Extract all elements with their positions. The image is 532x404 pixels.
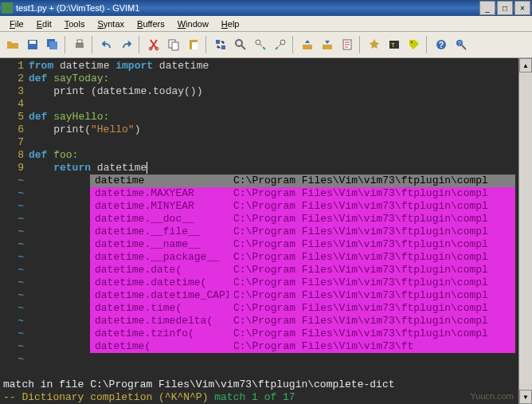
completion-keyword: datetime.timedelta( xyxy=(90,315,229,328)
svg-rect-1 xyxy=(29,41,36,44)
svg-text:T: T xyxy=(391,41,395,49)
completion-keyword: datetime.__package__ xyxy=(90,251,229,264)
completion-item[interactable]: datetime.tzinfo(C:\Program Files\Vim\vim… xyxy=(90,328,515,340)
scroll-down-icon[interactable]: ▼ xyxy=(519,390,532,404)
svg-rect-5 xyxy=(77,40,82,43)
findprev-icon[interactable] xyxy=(271,35,290,54)
completion-item[interactable]: datetime.MAXYEARC:\Program Files\Vim\vim… xyxy=(90,187,515,200)
completion-popup[interactable]: datetimeC:\Program Files\Vim\vim73\ftplu… xyxy=(90,175,515,353)
close-button[interactable]: × xyxy=(514,1,530,15)
findnext-icon[interactable] xyxy=(251,35,270,54)
replace-icon[interactable] xyxy=(211,35,230,54)
completion-path: C:\Program Files\Vim\vim73\ftplugin\comp… xyxy=(229,289,515,302)
completion-keyword: datetime.date( xyxy=(90,264,229,277)
tilde: ~ xyxy=(0,200,24,213)
print-icon[interactable] xyxy=(70,35,89,54)
svg-rect-9 xyxy=(172,42,178,50)
completion-path: C:\Program Files\Vim\vim73\ftplugin\comp… xyxy=(229,277,515,289)
line-number: 4 xyxy=(0,98,24,111)
completion-item[interactable]: datetime.__name__C:\Program Files\Vim\vi… xyxy=(90,238,515,251)
completion-path: C:\Program Files\Vim\vim73\ft xyxy=(229,340,515,353)
line-number: 9 xyxy=(0,162,24,175)
copy-icon[interactable] xyxy=(164,35,183,54)
completion-keyword: datetime.time( xyxy=(90,302,229,315)
toolbar: T ? ? xyxy=(0,32,532,58)
line-number: 8 xyxy=(0,149,24,162)
menu-tools[interactable]: Tools xyxy=(58,18,92,30)
tilde: ~ xyxy=(0,175,24,187)
completion-item[interactable]: datetime.date(C:\Program Files\Vim\vim73… xyxy=(90,264,515,277)
find-icon[interactable] xyxy=(231,35,250,54)
status-line-1: match in file C:\Program Files\Vim\vim73… xyxy=(3,379,518,391)
completion-item[interactable]: datetime.__package__C:\Program Files\Vim… xyxy=(90,251,515,264)
svg-rect-18 xyxy=(323,45,332,49)
menu-buffers[interactable]: Buffers xyxy=(131,18,171,30)
status-mode: -- Dictionary completion (^K^N^P) xyxy=(3,391,214,403)
window-title: test1.py + (D:\VimTest) - GVIM1 xyxy=(16,3,479,13)
tilde: ~ xyxy=(0,277,24,289)
completion-item[interactable]: datetime.__doc__C:\Program Files\Vim\vim… xyxy=(90,213,515,226)
editor-area[interactable]: 1 2 3 4 5 6 7 8 9 ~ ~ ~ ~ ~ ~ ~ ~ ~ ~ ~ … xyxy=(0,58,518,379)
saveall-icon[interactable] xyxy=(43,35,62,54)
session-load-icon[interactable] xyxy=(298,35,317,54)
svg-rect-11 xyxy=(192,42,198,49)
completion-keyword: datetime xyxy=(90,175,229,187)
menu-edit[interactable]: Edit xyxy=(30,18,58,30)
minimize-button[interactable]: _ xyxy=(479,1,495,15)
tilde: ~ xyxy=(0,302,24,315)
completion-item[interactable]: datetime.datetime_CAPIC:\Program Files\V… xyxy=(90,289,515,302)
line-gutter: 1 2 3 4 5 6 7 8 9 ~ ~ ~ ~ ~ ~ ~ ~ ~ ~ ~ … xyxy=(0,58,29,379)
findhelp-icon[interactable]: ? xyxy=(452,35,471,54)
open-icon[interactable] xyxy=(3,35,22,54)
completion-path: C:\Program Files\Vim\vim73\ftplugin\comp… xyxy=(229,175,515,187)
tilde: ~ xyxy=(0,353,24,366)
svg-point-22 xyxy=(411,41,413,43)
menu-file[interactable]: File xyxy=(3,18,30,30)
tilde: ~ xyxy=(0,226,24,238)
line-number: 5 xyxy=(0,111,24,124)
completion-item[interactable]: datetime.datetime(C:\Program Files\Vim\v… xyxy=(90,277,515,289)
completion-item[interactable]: datetime.timedelta(C:\Program Files\Vim\… xyxy=(90,315,515,328)
shell-icon[interactable]: T xyxy=(385,35,404,54)
completion-item[interactable]: datetime.time(C:\Program Files\Vim\vim73… xyxy=(90,302,515,315)
script-icon[interactable] xyxy=(338,35,357,54)
maximize-button[interactable]: □ xyxy=(497,1,513,15)
undo-icon[interactable] xyxy=(97,35,116,54)
scroll-up-icon[interactable]: ▲ xyxy=(519,58,532,73)
tilde: ~ xyxy=(0,315,24,328)
status-match: match 1 of 17 xyxy=(214,391,295,403)
tilde: ~ xyxy=(0,187,24,200)
menubar: File Edit Tools Syntax Buffers Window He… xyxy=(0,16,532,32)
redo-icon[interactable] xyxy=(117,35,136,54)
make-icon[interactable] xyxy=(365,35,384,54)
completion-path: C:\Program Files\Vim\vim73\ftplugin\comp… xyxy=(229,328,515,340)
menu-help[interactable]: Help xyxy=(215,18,246,30)
completion-keyword: datetime.__file__ xyxy=(90,226,229,238)
completion-path: C:\Program Files\Vim\vim73\ftplugin\comp… xyxy=(229,213,515,226)
completion-path: C:\Program Files\Vim\vim73\ftplugin\comp… xyxy=(229,187,515,200)
paste-icon[interactable] xyxy=(184,35,203,54)
completion-keyword: datetime.tzinfo( xyxy=(90,328,229,340)
tilde: ~ xyxy=(0,264,24,277)
session-save-icon[interactable] xyxy=(318,35,337,54)
help-icon[interactable]: ? xyxy=(432,35,451,54)
tilde: ~ xyxy=(0,251,24,264)
completion-item[interactable]: datetime(C:\Program Files\Vim\vim73\ft xyxy=(90,340,515,353)
vertical-scrollbar[interactable]: ▲ ▼ xyxy=(518,58,532,404)
menu-syntax[interactable]: Syntax xyxy=(91,18,131,30)
completion-item[interactable]: datetimeC:\Program Files\Vim\vim73\ftplu… xyxy=(90,175,515,187)
completion-path: C:\Program Files\Vim\vim73\ftplugin\comp… xyxy=(229,302,515,315)
completion-item[interactable]: datetime.MINYEARC:\Program Files\Vim\vim… xyxy=(90,200,515,213)
menu-window[interactable]: Window xyxy=(171,18,215,30)
line-number: 1 xyxy=(0,60,24,73)
app-window: test1.py + (D:\VimTest) - GVIM1 _ □ × Fi… xyxy=(0,0,532,404)
save-icon[interactable] xyxy=(23,35,42,54)
cut-icon[interactable] xyxy=(144,35,163,54)
completion-path: C:\Program Files\Vim\vim73\ftplugin\comp… xyxy=(229,200,515,213)
completion-keyword: datetime( xyxy=(90,340,229,353)
titlebar[interactable]: test1.py + (D:\VimTest) - GVIM1 _ □ × xyxy=(0,0,532,16)
svg-rect-13 xyxy=(221,45,225,49)
tilde: ~ xyxy=(0,238,24,251)
tags-icon[interactable] xyxy=(405,35,424,54)
completion-item[interactable]: datetime.__file__C:\Program Files\Vim\vi… xyxy=(90,226,515,238)
